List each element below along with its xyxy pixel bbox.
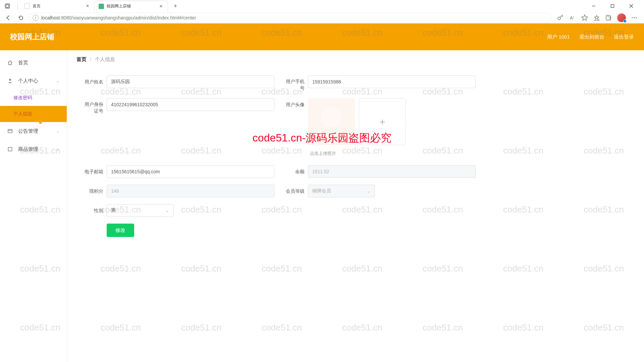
avatar-preview [308,98,355,145]
sidebar-item-personal-info[interactable]: 个人信息 [0,106,67,122]
sidebar-label: 首页 [18,60,28,66]
tab-close-icon[interactable]: × [85,3,90,9]
sidebar-item-home[interactable]: 首页 [0,54,67,72]
logout-to-front-button[interactable]: 退出到前台 [579,34,604,40]
new-tab-button[interactable]: + [171,1,180,11]
tab-campus-shop[interactable]: 校园网上店铺 × [94,1,168,11]
window-menu-icon[interactable] [3,1,12,11]
breadcrumb-separator: / [90,56,91,62]
more-icon[interactable] [631,14,638,21]
app-title: 校园网上店铺 [10,32,54,42]
header-user[interactable]: 用户 1001 [547,34,570,40]
submit-button[interactable]: 修改 [107,224,134,237]
window-controls [588,1,641,11]
field-level: 会员等级 铜牌会员 ⌄ [283,185,375,197]
header-right: 用户 1001 退出到前台 退出登录 [547,34,634,40]
sidebar-label: 商品管理 [18,146,38,153]
select-gender[interactable]: 男 ⌄ [107,204,174,217]
breadcrumb: 首页 / 个人信息 [76,56,635,63]
input-idcard[interactable] [107,98,274,111]
collections-icon[interactable] [605,14,612,21]
maximize-icon[interactable] [606,1,619,11]
product-icon [7,146,14,152]
browser-chrome: 首页 × 校园网上店铺 × + i localhost:8080/xiaoyua… [0,0,644,23]
sidebar-item-product[interactable]: 商品管理 ⌄ [0,140,67,158]
label-level: 会员等级 [283,185,305,197]
svg-rect-1 [6,5,9,7]
label-phone: 用户手机号 [283,75,305,92]
field-balance: 余额 [283,165,476,178]
label-gender: 性别 [82,204,103,217]
svg-text:A⁾: A⁾ [570,15,574,20]
svg-rect-19 [8,147,12,151]
field-avatar: 用户头像 ＋ [283,98,406,145]
field-email: 电子邮箱 [82,165,274,178]
svg-rect-3 [611,5,614,8]
chevron-down-icon: ⌄ [56,129,59,133]
profile-form: 用户姓名 用户手机号 用户身份证号 用户头像 [76,72,635,247]
svg-point-15 [636,17,637,18]
label-avatar: 用户头像 [283,98,305,111]
breadcrumb-home[interactable]: 首页 [76,56,87,62]
sidebar-label: 公告管理 [18,128,38,134]
breadcrumb-current: 个人信息 [95,56,115,62]
select-gender-value: 男 [111,207,116,214]
tab-favicon-icon [24,3,30,9]
svg-point-14 [634,17,635,18]
select-level-value: 铜牌会员 [312,188,331,194]
input-phone[interactable] [308,75,476,88]
field-idcard: 用户身份证号 [82,98,274,114]
svg-point-13 [632,17,633,18]
svg-point-16 [9,79,11,81]
svg-rect-17 [8,129,12,133]
field-phone: 用户手机号 [283,75,476,92]
sidebar-item-announcement[interactable]: 公告管理 ⌄ [0,122,67,140]
home-icon [7,60,14,65]
plus-icon: ＋ [378,115,387,128]
svg-rect-10 [606,15,610,20]
input-email[interactable] [107,165,274,178]
main-content: 首页 / 个人信息 用户姓名 用户手机号 用户身份证号 [67,50,644,362]
logout-button[interactable]: 退出登录 [614,34,634,40]
read-aloud-icon[interactable]: A⁾ [569,14,576,21]
tab-favicon-icon [99,4,104,9]
favorites-bar-icon[interactable] [593,14,600,21]
tab-row: 首页 × 校园网上店铺 × + [0,0,644,12]
tab-home[interactable]: 首页 × [20,1,94,11]
app-header: 校园网上店铺 用户 1001 退出到前台 退出登录 [0,23,644,50]
select-level: 铜牌会员 ⌄ [308,185,375,197]
label-username: 用户姓名 [82,75,103,88]
chevron-up-icon: ⌃ [56,78,59,83]
back-button[interactable] [3,12,13,23]
minimize-icon[interactable] [588,1,600,11]
avatar-uploader[interactable]: ＋ [359,98,406,145]
sidebar-item-personal[interactable]: 个人中心 ⌃ [0,72,67,90]
input-points [107,185,274,197]
tab-close-icon[interactable]: × [158,4,164,9]
app-body: 首页 个人中心 ⌃ 修改密码 个人信息 公告管理 ⌄ 商品管理 ⌄ 首页 / 个… [0,50,644,362]
close-window-icon[interactable] [625,1,637,11]
sidebar-label: 个人中心 [18,78,38,84]
toolbar-right: A⁾ [553,13,641,22]
label-points: 现积分 [82,185,103,197]
sidebar-item-change-password[interactable]: 修改密码 [0,90,67,106]
svg-point-6 [558,17,560,20]
url-text: localhost:8080/xiaoyuanwangshangshangpu/… [41,15,196,20]
field-submit: 修改 [82,224,134,237]
label-balance: 余额 [283,165,305,178]
label-idcard: 用户身份证号 [82,98,103,114]
field-gender: 性别 男 ⌄ [82,204,174,217]
input-username[interactable] [107,75,274,88]
input-balance [308,165,476,178]
refresh-button[interactable] [15,12,26,23]
chevron-down-icon: ⌄ [165,208,169,213]
chevron-down-icon: ⌄ [367,188,371,194]
favorite-icon[interactable] [581,14,588,21]
tab-title: 校园网上店铺 [107,3,156,9]
address-bar[interactable]: i localhost:8080/xiaoyuanwangshangshangp… [28,13,551,23]
key-icon[interactable] [557,14,564,21]
field-username: 用户姓名 [82,75,274,88]
profile-avatar-icon[interactable] [617,13,626,22]
chevron-down-icon: ⌄ [56,147,59,152]
user-icon [7,78,14,83]
